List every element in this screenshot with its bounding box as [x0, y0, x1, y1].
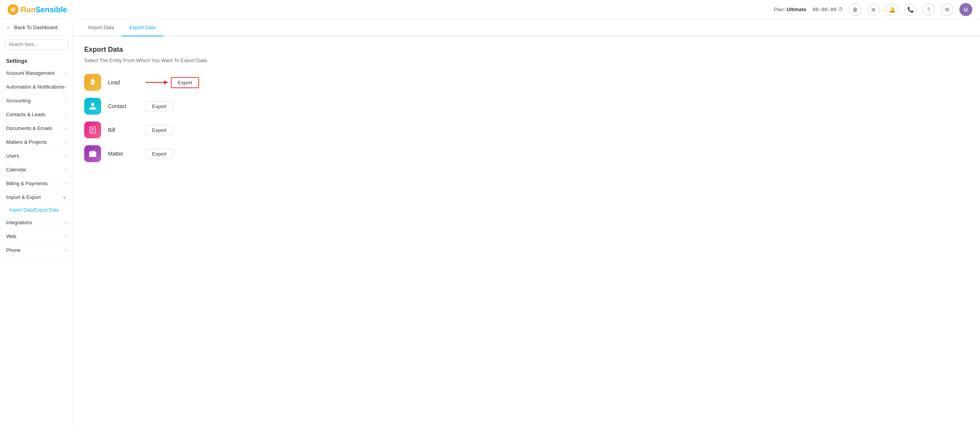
back-arrow-icon: ← — [6, 25, 11, 30]
timer-display: 00:00:00 ⏱ — [812, 7, 843, 12]
sidebar-item-phone[interactable]: Phone › — [0, 243, 72, 257]
lead-icon — [84, 74, 101, 91]
nav-label-account-management: Account Management — [6, 70, 54, 76]
search-input[interactable] — [5, 39, 68, 50]
tab-import-data[interactable]: Import Data — [80, 19, 122, 36]
sidebar-item-contacts-leads[interactable]: Contacts & Leads › — [0, 108, 72, 122]
sidebar-item-integrations[interactable]: Integrations › — [0, 216, 72, 230]
chevron-down-icon: ∨ — [63, 195, 66, 200]
tab-export-data[interactable]: Export Data — [122, 19, 164, 36]
nav-label-users: Users — [6, 153, 19, 159]
header-right: Plan: Ultimate 00:00:00 ⏱ 🗑 ⊕ 🔔 📞 ? ⚙ U — [774, 3, 972, 16]
lead-name: Lead — [108, 79, 139, 85]
sidebar-item-web[interactable]: Web › — [0, 230, 72, 243]
add-tab-icon[interactable]: ⊕ — [867, 3, 880, 16]
plan-info: Plan: Ultimate — [774, 7, 807, 12]
nav-label-web: Web — [6, 233, 16, 239]
sidebar: ← Back To Dashboard Settings Account Man… — [0, 19, 73, 427]
logo-text: RunSensible — [21, 5, 67, 14]
chevron-icon: › — [65, 181, 66, 186]
back-to-dashboard-button[interactable]: ← Back To Dashboard — [0, 19, 72, 36]
nav-label-matters-projects: Matters & Projects — [6, 139, 47, 145]
export-contact-button[interactable]: Export — [146, 101, 173, 112]
page-title: Export Data — [84, 46, 969, 54]
main-layout: ← Back To Dashboard Settings Account Man… — [0, 19, 980, 427]
chevron-icon: › — [65, 167, 66, 172]
nav-label-automation-notifications: Automation & Notifications — [6, 84, 64, 90]
search-box — [0, 36, 72, 53]
nav-label-integrations: Integrations — [6, 220, 32, 225]
chevron-icon: › — [65, 153, 66, 159]
nav-label-accounting: Accounting — [6, 98, 31, 103]
notification-icon[interactable]: 🔔 — [886, 3, 898, 16]
nav-label-import-export: Import & Export — [6, 194, 41, 200]
sidebar-item-automation-notifications[interactable]: Automation & Notifications › — [0, 80, 72, 94]
top-header: RunSensible Plan: Ultimate 00:00:00 ⏱ 🗑 … — [0, 0, 980, 19]
entity-row-lead: Lead Export — [84, 74, 969, 91]
settings-icon[interactable]: ⚙ — [941, 3, 953, 16]
red-arrow-icon — [146, 79, 169, 86]
nav-label-phone: Phone — [6, 247, 21, 253]
sidebar-item-documents-emails[interactable]: Documents & Emails › — [0, 122, 72, 135]
trash-icon[interactable]: 🗑 — [849, 3, 861, 16]
logo-area: RunSensible — [0, 0, 75, 19]
sidebar-item-users[interactable]: Users › — [0, 149, 72, 163]
chevron-icon: › — [65, 220, 66, 225]
matter-name: Matter — [108, 151, 139, 157]
bill-icon — [84, 122, 101, 138]
export-matter-button[interactable]: Export — [146, 149, 173, 159]
chevron-icon: › — [65, 248, 66, 253]
export-bill-button[interactable]: Export — [146, 125, 173, 135]
avatar[interactable]: U — [959, 3, 972, 16]
bill-name: Bill — [108, 127, 139, 133]
nav-label-calendar: Calendar — [6, 167, 26, 172]
chevron-icon: › — [65, 140, 66, 145]
logo-icon — [8, 4, 18, 15]
entity-row-contact: Contact Export — [84, 98, 969, 115]
chevron-icon: › — [65, 98, 66, 103]
entity-row-bill: Bill Export — [84, 122, 969, 138]
sidebar-item-calendar[interactable]: Calendar › — [0, 163, 72, 177]
sidebar-item-account-management[interactable]: Account Management › — [0, 66, 72, 80]
page-subtitle: Select The Entity From Which You Want To… — [84, 57, 969, 63]
entity-list: Lead Export — [84, 74, 969, 162]
nav-label-billing-payments: Billing & Payments — [6, 181, 47, 186]
sidebar-subitem-import-export-data[interactable]: Import Data/Export Data — [0, 204, 72, 216]
sidebar-item-import-export[interactable]: Import & Export ∨ — [0, 191, 72, 204]
page-content: Export Data Select The Entity From Which… — [73, 36, 980, 427]
sidebar-item-billing-payments[interactable]: Billing & Payments › — [0, 177, 72, 191]
matter-icon — [84, 145, 101, 162]
back-label: Back To Dashboard — [14, 25, 57, 30]
export-lead-button[interactable]: Export — [171, 77, 199, 88]
contact-icon — [84, 98, 101, 115]
phone-icon[interactable]: 📞 — [904, 3, 916, 16]
timer-icon: ⏱ — [838, 7, 843, 12]
nav-label-documents-emails: Documents & Emails — [6, 125, 52, 131]
nav-label-contacts-leads: Contacts & Leads — [6, 112, 46, 117]
help-icon[interactable]: ? — [923, 3, 935, 16]
content-area: Import Data Export Data Export Data Sele… — [73, 19, 980, 427]
chevron-icon: › — [65, 126, 66, 131]
entity-row-matter: Matter Export — [84, 145, 969, 162]
chevron-icon: › — [65, 84, 66, 90]
chevron-icon: › — [65, 112, 66, 117]
settings-title: Settings — [0, 53, 72, 66]
svg-marker-3 — [164, 80, 169, 84]
sidebar-item-accounting[interactable]: Accounting › — [0, 94, 72, 108]
chevron-icon: › — [65, 234, 66, 239]
tabs-bar: Import Data Export Data — [73, 19, 980, 36]
arrow-annotation: Export — [146, 77, 199, 88]
chevron-icon: › — [65, 71, 66, 76]
contact-name: Contact — [108, 103, 139, 109]
sidebar-item-matters-projects[interactable]: Matters & Projects › — [0, 135, 72, 149]
